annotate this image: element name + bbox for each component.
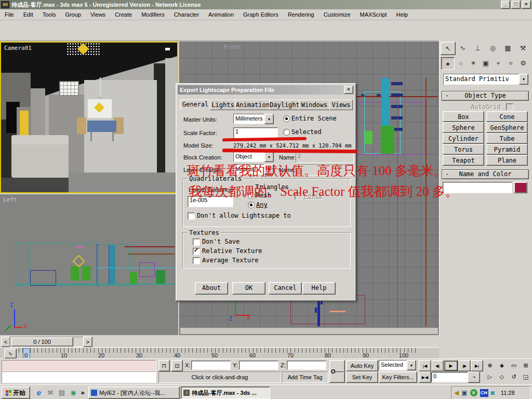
time-slider-prev-button[interactable]: <	[1, 337, 10, 347]
dont-save-checkbox[interactable]	[193, 238, 200, 246]
category-helpers[interactable]: +	[492, 57, 504, 69]
ok-button[interactable]: OK	[232, 282, 265, 295]
set-key-big-button[interactable]: O──	[329, 360, 345, 383]
menu-create[interactable]: Create	[110, 10, 137, 19]
set-key-button[interactable]: Set Key	[346, 371, 378, 383]
start-button[interactable]: 开始	[1, 387, 30, 399]
category-geometry[interactable]: ●	[441, 57, 455, 70]
name-color-rollout[interactable]: - Name and Color	[442, 169, 529, 179]
about-button[interactable]: About	[195, 282, 228, 295]
menu-views[interactable]: Views	[86, 10, 110, 19]
tab-windows[interactable]: Windows	[299, 100, 330, 110]
category-systems[interactable]: ⚙	[517, 57, 529, 69]
quicklaunch-mail-icon[interactable]: ✉	[46, 388, 55, 397]
play-button[interactable]: ▶	[444, 360, 458, 371]
quicklaunch-desktop-icon[interactable]: ▤	[57, 388, 66, 397]
track-bar[interactable]: ∿ 0 10 20 30 40 50 60 70 80 90 100	[0, 347, 439, 359]
tab-views[interactable]: Views	[329, 100, 353, 110]
pan-button[interactable]: ◇	[496, 371, 508, 382]
field-of-view-button[interactable]: ▷	[484, 371, 496, 382]
autogrid-checkbox[interactable]	[506, 103, 513, 111]
object-color-swatch[interactable]	[514, 182, 527, 193]
arc-rotate-button[interactable]: ↺	[508, 371, 520, 382]
abs-offset-button[interactable]: ⊡	[171, 360, 183, 371]
menu-character[interactable]: Character	[169, 10, 204, 19]
curve-editor-button[interactable]: ∿	[4, 349, 17, 358]
maximize-viewport-button[interactable]: ⊞	[520, 360, 531, 370]
dialog-title-bar[interactable]: Export Lightscape Preparation File ×	[178, 85, 354, 95]
scale-factor-field[interactable]: 1	[233, 127, 278, 139]
zoom-extents-button[interactable]: ◈	[496, 360, 508, 370]
zoom-region-button[interactable]: ▭	[508, 360, 520, 370]
goto-start-button[interactable]: |◀	[419, 360, 431, 371]
auto-key-button[interactable]: Auto Key	[346, 360, 378, 371]
cylinder-button[interactable]: Cylinder	[443, 133, 484, 144]
tab-general[interactable]: General	[180, 99, 210, 110]
volume-icon[interactable]: ◀	[454, 389, 459, 396]
menu-animation[interactable]: Animation	[204, 10, 238, 19]
dialog-close-button[interactable]: ×	[344, 86, 353, 94]
goto-end-button[interactable]: ▶|	[471, 360, 483, 371]
menu-group[interactable]: Group	[60, 10, 86, 19]
time-slider-handle[interactable]: 0 / 100	[11, 337, 73, 347]
block-name-field[interactable]: 2	[296, 152, 354, 163]
primitive-category-dropdown[interactable]: Standard Primitiv ▼	[443, 74, 528, 85]
min-max-toggle-button[interactable]: ◲	[520, 371, 531, 382]
tab-animation[interactable]: Animation	[235, 100, 270, 110]
z-coordinate-field[interactable]	[287, 361, 326, 370]
current-frame-field[interactable]: 0	[431, 372, 470, 382]
next-frame-button[interactable]: |▶	[458, 360, 471, 371]
quicklaunch-media-icon[interactable]: ◉	[69, 388, 78, 397]
capture-icon[interactable]: ◙	[491, 389, 495, 396]
chevron-down-icon[interactable]: ▼	[519, 74, 528, 85]
any-radio[interactable]	[248, 202, 255, 208]
camera-viewport[interactable]: Camera01	[0, 42, 178, 193]
listener-field[interactable]	[2, 371, 156, 383]
tab-modify[interactable]: ∿	[456, 42, 470, 54]
block-creation-dropdown[interactable]: Object ▼	[233, 152, 274, 162]
help-button[interactable]: Help	[302, 282, 336, 295]
object-type-rollout[interactable]: - Object Type	[442, 91, 529, 101]
average-texture-checkbox[interactable]	[193, 257, 200, 264]
menu-help[interactable]: Help	[392, 10, 413, 19]
master-units-dropdown[interactable]: Millimeters ▼	[233, 114, 274, 124]
menu-graph-editors[interactable]: Graph Editors	[238, 10, 283, 19]
antivirus-icon[interactable]: V	[470, 389, 477, 396]
quicklaunch-ie-icon[interactable]: e	[34, 388, 44, 397]
category-spacewarps[interactable]: ≈	[504, 57, 517, 69]
taskbar-item-myie2[interactable]: MyIE2 - [室内人论坛--我...	[88, 387, 180, 399]
entire-scene-radio[interactable]	[283, 115, 290, 122]
menu-tools[interactable]: Tools	[38, 10, 61, 19]
teapot-button[interactable]: Teapot	[443, 155, 484, 166]
time-config-button[interactable]: ◔	[468, 371, 480, 383]
key-selection-dropdown[interactable]: Selected ▼	[379, 360, 416, 370]
close-button[interactable]: ×	[522, 1, 531, 9]
time-slider-next-button[interactable]: >	[83, 337, 92, 347]
selection-lock-button[interactable]: ⊓	[158, 360, 170, 371]
category-cameras[interactable]: ▣	[480, 57, 492, 69]
chevron-down-icon[interactable]: ▼	[264, 152, 274, 162]
minimize-button[interactable]: _	[501, 1, 510, 9]
cancel-button[interactable]: Cancel	[269, 282, 302, 295]
dont-allow-checkbox[interactable]	[188, 212, 195, 220]
sphere-button[interactable]: Sphere	[443, 122, 484, 133]
pyramid-button[interactable]: Pyramid	[486, 144, 528, 155]
zoom-button[interactable]: ⊕	[484, 360, 496, 370]
key-filters-button[interactable]: Key Filters...	[379, 371, 417, 383]
tube-button[interactable]: Tube	[486, 133, 528, 144]
tab-create[interactable]: ↖	[441, 42, 456, 55]
tab-utilities[interactable]: ⚒	[516, 42, 530, 54]
category-shapes[interactable]: ○	[455, 57, 467, 69]
chevron-down-icon[interactable]: ▼	[407, 360, 416, 370]
box-button[interactable]: Box	[443, 111, 484, 122]
add-time-tag[interactable]: Add Time Tag	[282, 371, 328, 383]
y-coordinate-field[interactable]	[239, 361, 278, 370]
left-viewport[interactable]: Z X Left	[0, 194, 178, 335]
menu-maxscript[interactable]: MAXScript	[355, 10, 392, 19]
geosphere-button[interactable]: GeoSphere	[486, 122, 528, 133]
x-coordinate-field[interactable]	[191, 361, 231, 370]
plane-button[interactable]: Plane	[486, 155, 528, 166]
category-lights[interactable]: ☀	[467, 57, 480, 69]
menu-file[interactable]: File	[0, 10, 19, 19]
cone-button[interactable]: Cone	[486, 111, 528, 122]
